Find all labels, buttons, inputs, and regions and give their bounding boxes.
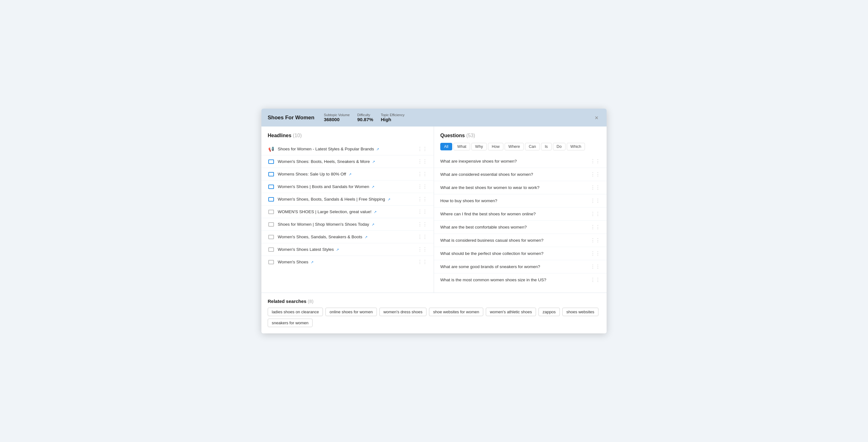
external-link-icon[interactable]: ↗ bbox=[388, 198, 391, 201]
headline-item: Women's Shoes: Boots, Heels, Sneakers & … bbox=[261, 155, 434, 168]
question-text: What is considered business casual shoes… bbox=[440, 238, 590, 243]
drag-handle-icon[interactable]: ⋮⋮ bbox=[417, 146, 427, 152]
headline-item: Women's Shoes | Boots and Sandals for Wo… bbox=[261, 180, 434, 193]
question-text: What are inexpensive shoes for women? bbox=[440, 159, 590, 164]
headlines-list: 📢 Shoes for Women - Latest Styles & Popu… bbox=[261, 143, 434, 268]
question-item: What is the most common women shoes size… bbox=[434, 273, 607, 286]
headline-text: Womens Shoes: Sale Up to 80% Off ↗ bbox=[278, 172, 351, 176]
drag-handle-icon[interactable]: ⋮⋮ bbox=[417, 221, 427, 227]
related-search-tag[interactable]: shoes websites bbox=[562, 307, 598, 316]
related-search-tag[interactable]: shoe websites for women bbox=[429, 307, 483, 316]
headline-item: Shoes for Women | Shop Women's Shoes Tod… bbox=[261, 218, 434, 231]
external-link-icon[interactable]: ↗ bbox=[365, 235, 368, 239]
modal-container: Shoes For Women Subtopic Volume 368000 D… bbox=[261, 109, 607, 333]
question-item: How to buy shoes for women? ⋮⋮ bbox=[434, 194, 607, 207]
headline-text: WOMEN'S SHOES | Large Selection, great v… bbox=[278, 209, 377, 214]
external-link-icon[interactable]: ↗ bbox=[372, 223, 374, 226]
drag-handle-icon[interactable]: ⋮⋮ bbox=[590, 264, 600, 270]
filter-tab-which[interactable]: Which bbox=[567, 143, 585, 150]
headline-item: WOMEN'S SHOES | Large Selection, great v… bbox=[261, 206, 434, 218]
header-left: Shoes For Women Subtopic Volume 368000 D… bbox=[268, 113, 404, 122]
filter-tab-can[interactable]: Can bbox=[525, 143, 540, 150]
headline-left: Shoes for Women | Shop Women's Shoes Tod… bbox=[268, 222, 417, 227]
related-tags-container: ladies shoes on clearanceonline shoes fo… bbox=[268, 307, 600, 327]
related-search-tag[interactable]: women's athletic shoes bbox=[486, 307, 536, 316]
question-item: Where can I find the best shoes for wome… bbox=[434, 207, 607, 221]
drag-handle-icon[interactable]: ⋮⋮ bbox=[417, 171, 427, 177]
drag-handle-icon[interactable]: ⋮⋮ bbox=[417, 196, 427, 202]
headline-icon-gray bbox=[268, 209, 275, 214]
headline-item: Women's Shoes, Boots, Sandals & Heels | … bbox=[261, 193, 434, 206]
related-search-tag[interactable]: sneakers for women bbox=[268, 319, 313, 327]
headline-item: Women's Shoes Latest Styles ↗ ⋮⋮ bbox=[261, 243, 434, 256]
headline-left: Women's Shoes Latest Styles ↗ bbox=[268, 247, 417, 252]
drag-handle-icon[interactable]: ⋮⋮ bbox=[417, 209, 427, 215]
headline-text: Women's Shoes, Sandals, Sneakers & Boots… bbox=[278, 235, 368, 239]
external-link-icon[interactable]: ↗ bbox=[372, 160, 375, 164]
external-link-icon[interactable]: ↗ bbox=[311, 260, 313, 264]
efficiency-stat: Topic Efficiency High bbox=[381, 113, 404, 122]
drag-handle-icon[interactable]: ⋮⋮ bbox=[417, 259, 427, 265]
difficulty-label: Difficulty bbox=[358, 113, 373, 117]
filter-tab-is[interactable]: Is bbox=[541, 143, 552, 150]
related-search-tag[interactable]: zappos bbox=[538, 307, 560, 316]
question-item: What are the best shoes for women to wea… bbox=[434, 181, 607, 194]
filter-tab-do[interactable]: Do bbox=[553, 143, 565, 150]
headlines-title: Headlines (10) bbox=[261, 133, 434, 143]
drag-handle-icon[interactable]: ⋮⋮ bbox=[590, 184, 600, 190]
headline-text: Women's Shoes: Boots, Heels, Sneakers & … bbox=[278, 159, 375, 164]
headline-item: Women's Shoes ↗ ⋮⋮ bbox=[261, 256, 434, 268]
related-search-tag[interactable]: women's dress shoes bbox=[379, 307, 427, 316]
drag-handle-icon[interactable]: ⋮⋮ bbox=[590, 224, 600, 230]
question-item: What are the best comfortable shoes wome… bbox=[434, 221, 607, 234]
questions-panel: Questions (53) AllWhatWhyHowWhereCanIsDo… bbox=[434, 126, 607, 293]
headline-item: Women's Shoes, Sandals, Sneakers & Boots… bbox=[261, 231, 434, 243]
drag-handle-icon[interactable]: ⋮⋮ bbox=[417, 158, 427, 165]
headline-item: Womens Shoes: Sale Up to 80% Off ↗ ⋮⋮ bbox=[261, 168, 434, 180]
question-text: What are the best shoes for women to wea… bbox=[440, 185, 590, 190]
drag-handle-icon[interactable]: ⋮⋮ bbox=[417, 184, 427, 189]
headline-left: Womens Shoes: Sale Up to 80% Off ↗ bbox=[268, 172, 417, 177]
external-link-icon[interactable]: ↗ bbox=[372, 185, 374, 189]
subtopic-volume-value: 368000 bbox=[324, 117, 350, 122]
headline-text: Shoes for Women - Latest Styles & Popula… bbox=[278, 147, 379, 151]
headline-text: Women's Shoes | Boots and Sandals for Wo… bbox=[278, 184, 374, 189]
external-link-icon[interactable]: ↗ bbox=[374, 210, 377, 214]
headline-left: Women's Shoes: Boots, Heels, Sneakers & … bbox=[268, 159, 417, 164]
related-search-tag[interactable]: ladies shoes on clearance bbox=[268, 307, 323, 316]
headline-icon-blue bbox=[268, 197, 275, 202]
external-link-icon[interactable]: ↗ bbox=[376, 147, 379, 151]
headline-left: Women's Shoes, Sandals, Sneakers & Boots… bbox=[268, 235, 417, 239]
drag-handle-icon[interactable]: ⋮⋮ bbox=[590, 158, 600, 164]
external-link-icon[interactable]: ↗ bbox=[336, 248, 339, 252]
drag-handle-icon[interactable]: ⋮⋮ bbox=[590, 277, 600, 283]
drag-handle-icon[interactable]: ⋮⋮ bbox=[417, 234, 427, 240]
modal-header: Shoes For Women Subtopic Volume 368000 D… bbox=[261, 109, 607, 126]
filter-tab-how[interactable]: How bbox=[488, 143, 503, 150]
drag-handle-icon[interactable]: ⋮⋮ bbox=[590, 211, 600, 217]
question-item: What should be the perfect shoe collecti… bbox=[434, 247, 607, 260]
headline-text: Women's Shoes ↗ bbox=[278, 260, 313, 264]
filter-tab-what[interactable]: What bbox=[454, 143, 470, 150]
question-text: What is the most common women shoes size… bbox=[440, 277, 590, 282]
drag-handle-icon[interactable]: ⋮⋮ bbox=[590, 251, 600, 257]
question-item: What is considered business casual shoes… bbox=[434, 234, 607, 247]
question-item: What are inexpensive shoes for women? ⋮⋮ bbox=[434, 155, 607, 168]
headline-item: 📢 Shoes for Women - Latest Styles & Popu… bbox=[261, 143, 434, 155]
question-filter-tabs: AllWhatWhyHowWhereCanIsDoWhich bbox=[434, 143, 607, 155]
external-link-icon[interactable]: ↗ bbox=[349, 172, 351, 176]
related-search-tag[interactable]: online shoes for women bbox=[326, 307, 377, 316]
drag-handle-icon[interactable]: ⋮⋮ bbox=[590, 171, 600, 177]
filter-tab-why[interactable]: Why bbox=[471, 143, 487, 150]
drag-handle-icon[interactable]: ⋮⋮ bbox=[590, 198, 600, 204]
drag-handle-icon[interactable]: ⋮⋮ bbox=[417, 246, 427, 253]
filter-tab-all[interactable]: All bbox=[440, 143, 452, 150]
headline-icon-green: 📢 bbox=[268, 147, 275, 152]
close-button[interactable]: × bbox=[593, 114, 600, 121]
question-text: How to buy shoes for women? bbox=[440, 198, 590, 203]
drag-handle-icon[interactable]: ⋮⋮ bbox=[590, 237, 600, 243]
modal-body: Headlines (10) 📢 Shoes for Women - Lates… bbox=[261, 126, 607, 293]
filter-tab-where[interactable]: Where bbox=[505, 143, 524, 150]
headline-text: Women's Shoes, Boots, Sandals & Heels | … bbox=[278, 197, 391, 202]
questions-list: What are inexpensive shoes for women? ⋮⋮… bbox=[434, 155, 607, 286]
